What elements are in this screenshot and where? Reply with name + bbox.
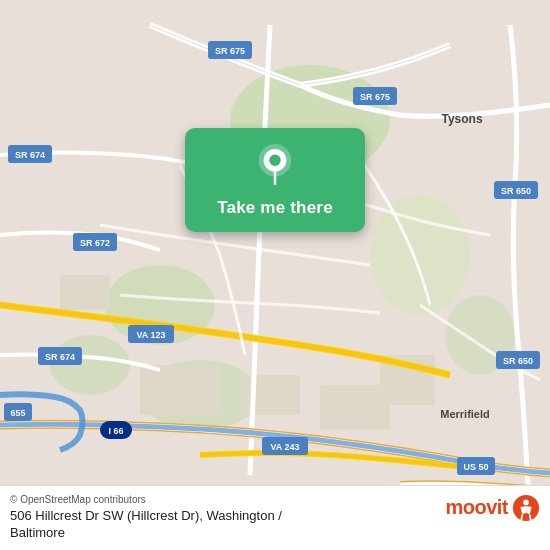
moovit-brand-icon [512, 494, 540, 522]
svg-text:SR 675: SR 675 [360, 92, 390, 102]
svg-text:Tysons: Tysons [441, 112, 482, 126]
svg-text:SR 650: SR 650 [501, 186, 531, 196]
svg-text:I 66: I 66 [108, 426, 123, 436]
svg-text:Merrifield: Merrifield [440, 408, 490, 420]
svg-text:VA 243: VA 243 [270, 442, 299, 452]
svg-text:SR 672: SR 672 [80, 238, 110, 248]
address-section: © OpenStreetMap contributors 506 Hillcre… [10, 494, 437, 542]
svg-text:SR 650: SR 650 [503, 356, 533, 366]
take-me-there-button[interactable]: Take me there [217, 198, 333, 218]
svg-text:SR 674: SR 674 [45, 352, 75, 362]
svg-rect-9 [320, 385, 390, 430]
svg-text:US 50: US 50 [463, 462, 488, 472]
svg-point-5 [370, 195, 470, 315]
svg-point-42 [523, 500, 529, 506]
info-bar: © OpenStreetMap contributors 506 Hillcre… [0, 485, 550, 550]
svg-rect-7 [140, 365, 220, 415]
svg-text:VA 123: VA 123 [136, 330, 165, 340]
location-pin-icon [253, 144, 297, 188]
svg-point-40 [269, 155, 280, 166]
location-card[interactable]: Take me there [185, 128, 365, 232]
map-container: SR 675 SR 675 SR 674 SR 672 SR 674 VA 12… [0, 0, 550, 550]
svg-text:655: 655 [10, 408, 25, 418]
svg-text:SR 674: SR 674 [15, 150, 45, 160]
address-text: 506 Hillcrest Dr SW (Hillcrest Dr), Wash… [10, 507, 437, 542]
moovit-logo: moovit [445, 494, 540, 522]
svg-rect-11 [60, 275, 110, 310]
svg-rect-8 [240, 375, 300, 415]
moovit-brand-text: moovit [445, 496, 508, 519]
osm-credit: © OpenStreetMap contributors [10, 494, 437, 505]
map-svg: SR 675 SR 675 SR 674 SR 672 SR 674 VA 12… [0, 0, 550, 550]
svg-text:SR 675: SR 675 [215, 46, 245, 56]
